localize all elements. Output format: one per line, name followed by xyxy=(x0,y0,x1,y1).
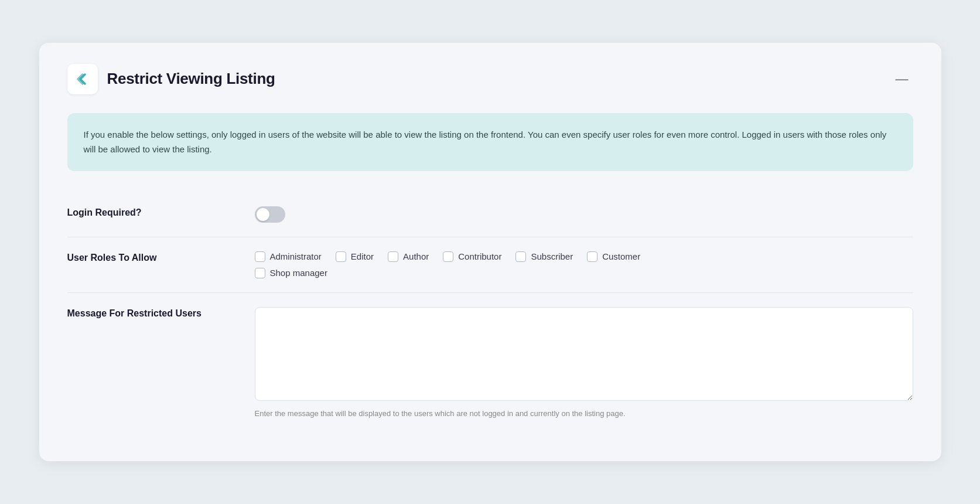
user-roles-row: User Roles To Allow Administrator Editor… xyxy=(67,237,913,293)
page-title: Restrict Viewing Listing xyxy=(107,70,275,88)
role-contributor-checkbox[interactable] xyxy=(443,251,453,262)
checkbox-group-row1: Administrator Editor Author Contributor xyxy=(255,251,913,262)
login-required-control xyxy=(255,206,913,223)
role-customer-item[interactable]: Customer xyxy=(587,251,640,262)
role-subscriber-checkbox[interactable] xyxy=(515,251,526,262)
minimize-button[interactable]: — xyxy=(891,70,913,88)
login-required-row: Login Required? xyxy=(67,192,913,237)
app-logo-icon xyxy=(73,70,92,88)
role-administrator-label: Administrator xyxy=(270,251,322,261)
checkbox-group-row2: Shop manager xyxy=(255,268,913,278)
info-text: If you enable the below settings, only l… xyxy=(84,127,897,157)
user-roles-control: Administrator Editor Author Contributor xyxy=(255,251,913,278)
role-shop-manager-label: Shop manager xyxy=(270,268,327,278)
role-author-item[interactable]: Author xyxy=(388,251,429,262)
header: Restrict Viewing Listing — xyxy=(67,64,913,94)
role-shop-manager-item[interactable]: Shop manager xyxy=(255,268,327,278)
role-customer-checkbox[interactable] xyxy=(587,251,597,262)
message-control: Enter the message that will be displayed… xyxy=(255,307,913,420)
user-roles-label: User Roles To Allow xyxy=(67,251,255,263)
message-label: Message For Restricted Users xyxy=(67,307,255,319)
role-author-label: Author xyxy=(403,251,429,261)
toggle-slider xyxy=(255,206,285,223)
login-required-toggle[interactable] xyxy=(255,206,285,223)
message-row: Message For Restricted Users Enter the m… xyxy=(67,293,913,434)
role-editor-label: Editor xyxy=(351,251,374,261)
role-editor-checkbox[interactable] xyxy=(336,251,346,262)
header-left: Restrict Viewing Listing xyxy=(67,64,275,94)
role-customer-label: Customer xyxy=(602,251,640,261)
login-required-label: Login Required? xyxy=(67,206,255,218)
message-textarea[interactable] xyxy=(255,307,913,401)
role-administrator-item[interactable]: Administrator xyxy=(255,251,322,262)
role-administrator-checkbox[interactable] xyxy=(255,251,265,262)
info-box: If you enable the below settings, only l… xyxy=(67,113,913,171)
role-subscriber-label: Subscriber xyxy=(531,251,573,261)
role-editor-item[interactable]: Editor xyxy=(336,251,374,262)
textarea-hint: Enter the message that will be displayed… xyxy=(255,408,913,420)
role-author-checkbox[interactable] xyxy=(388,251,398,262)
form-section: Login Required? User Roles To Allow Admi… xyxy=(67,192,913,434)
logo-box xyxy=(67,64,98,94)
role-subscriber-item[interactable]: Subscriber xyxy=(515,251,573,262)
role-contributor-label: Contributor xyxy=(458,251,501,261)
role-shop-manager-checkbox[interactable] xyxy=(255,268,265,278)
role-contributor-item[interactable]: Contributor xyxy=(443,251,501,262)
modal-container: Restrict Viewing Listing — If you enable… xyxy=(39,43,941,462)
